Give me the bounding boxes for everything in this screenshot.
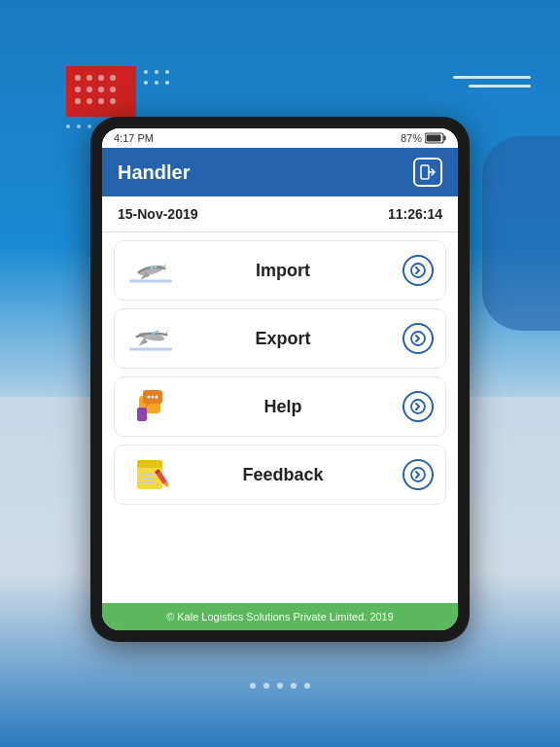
logout-button[interactable] — [413, 158, 442, 187]
tablet-device: 4:17 PM 87% Handler 15-Nov-20 — [90, 117, 470, 642]
svg-rect-38 — [142, 474, 158, 476]
feedback-label: Feedback — [183, 465, 402, 485]
svg-point-33 — [156, 396, 158, 399]
svg-rect-39 — [142, 478, 154, 480]
svg-point-1 — [87, 75, 92, 81]
svg-rect-15 — [421, 165, 429, 179]
svg-rect-40 — [142, 481, 156, 483]
app-header: Handler — [102, 148, 458, 196]
help-arrow[interactable] — [402, 391, 434, 422]
battery-indicator: 87% — [401, 132, 446, 144]
status-time: 4:17 PM — [114, 132, 154, 144]
svg-point-5 — [87, 87, 92, 92]
import-arrow[interactable] — [402, 255, 434, 286]
svg-point-11 — [110, 98, 116, 104]
export-icon — [126, 317, 175, 360]
svg-rect-13 — [444, 136, 446, 141]
lines-decoration — [453, 76, 531, 93]
export-arrow[interactable] — [402, 323, 434, 354]
svg-point-9 — [87, 98, 92, 104]
svg-point-19 — [154, 266, 157, 268]
svg-point-6 — [98, 87, 104, 92]
help-menu-item[interactable]: Help — [114, 376, 446, 437]
svg-rect-34 — [137, 408, 147, 421]
import-icon — [126, 249, 175, 292]
feedback-icon — [126, 453, 175, 496]
svg-point-10 — [98, 98, 104, 104]
footer-text: © Kale Logistics Solutions Private Limit… — [166, 611, 394, 622]
datetime-bar: 15-Nov-2019 11:26:14 — [102, 196, 458, 232]
app-title: Handler — [118, 161, 190, 184]
svg-rect-16 — [129, 280, 172, 283]
export-menu-item[interactable]: Export — [114, 308, 446, 369]
bottom-page-dots — [250, 683, 310, 689]
svg-point-3 — [110, 75, 116, 81]
time-display: 11:26:14 — [388, 206, 442, 222]
svg-point-7 — [110, 87, 116, 92]
import-menu-item[interactable]: Import — [114, 240, 446, 301]
svg-point-4 — [75, 87, 81, 92]
svg-point-23 — [152, 332, 155, 335]
svg-point-24 — [156, 331, 158, 334]
feedback-arrow[interactable] — [402, 459, 434, 490]
svg-point-31 — [148, 396, 151, 399]
svg-rect-14 — [427, 135, 441, 142]
status-bar: 4:17 PM 87% — [102, 128, 458, 148]
help-icon — [126, 385, 175, 428]
svg-rect-21 — [129, 348, 172, 351]
svg-point-2 — [98, 75, 104, 81]
help-label: Help — [183, 397, 402, 417]
menu-list: Import — [102, 232, 458, 603]
red-decoration — [66, 66, 136, 117]
svg-rect-37 — [137, 460, 162, 468]
feedback-menu-item[interactable]: Feedback — [114, 445, 446, 505]
svg-point-32 — [152, 396, 155, 399]
svg-point-8 — [75, 98, 81, 104]
app-footer: © Kale Logistics Solutions Private Limit… — [102, 603, 458, 630]
export-label: Export — [183, 329, 402, 349]
blue-shape-right — [482, 136, 560, 331]
svg-point-0 — [75, 75, 81, 81]
svg-point-18 — [151, 267, 154, 269]
import-label: Import — [183, 261, 402, 281]
date-display: 15-Nov-2019 — [118, 206, 198, 222]
tablet-screen: 4:17 PM 87% Handler 15-Nov-20 — [102, 128, 458, 630]
